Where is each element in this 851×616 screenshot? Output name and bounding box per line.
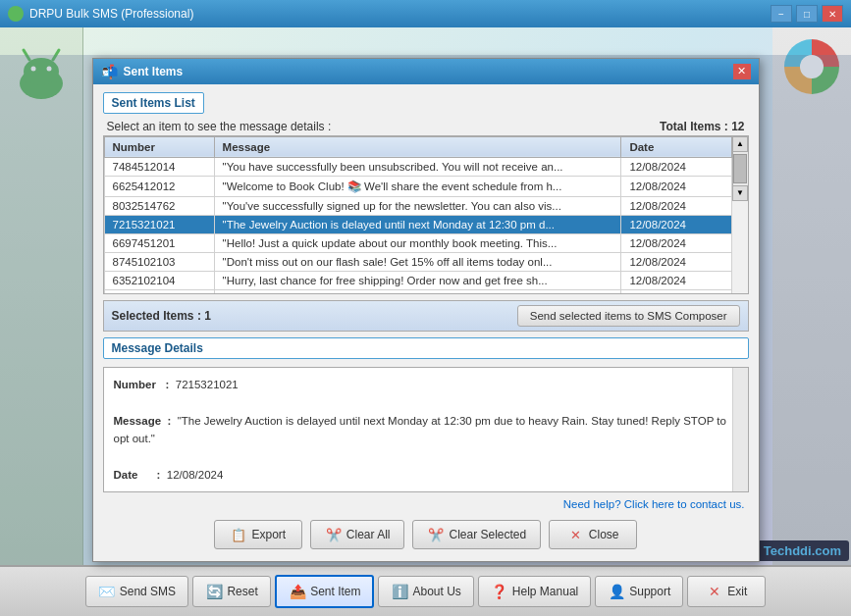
minimize-button[interactable]: − (771, 5, 792, 23)
modal-title-bar: 📬 Sent Items ✕ (93, 59, 759, 84)
title-bar: DRPU Bulk SMS (Professional) − □ ✕ (0, 0, 851, 27)
scroll-track: ▲ ▼ (732, 136, 748, 201)
app-close-button[interactable]: ✕ (822, 5, 843, 23)
about-us-icon: ℹ️ (391, 583, 408, 600)
table-row[interactable]: 7484512010 "🔥 Hot deal alert! Save up to… (104, 289, 731, 293)
cell-message: "🔥 Hot deal alert! Save up to 50% on all… (214, 289, 621, 293)
send-sms-icon: ✉️ (98, 583, 116, 600)
list-header-text: Select an item to see the message detail… (107, 120, 332, 133)
sent-items-list-section: Sent Items List Select an item to see th… (103, 92, 749, 294)
cell-message: "The Jewelry Auction is delayed until ne… (214, 215, 621, 233)
table-row[interactable]: 8745102103 "Don't miss out on our flash … (104, 252, 731, 271)
help-manual-button[interactable]: ❓ Help Manual (478, 576, 591, 607)
scroll-down-button[interactable]: ▼ (732, 185, 748, 201)
cell-date: 12/08/2024 (621, 233, 731, 252)
table-row[interactable]: 6625412012 "Welcome to Book Club! 📚 We'l… (104, 176, 731, 196)
support-icon: 👤 (608, 583, 625, 600)
cell-date: 12/08/2024 (621, 157, 731, 176)
scroll-thumb[interactable] (733, 154, 747, 183)
number-value: 7215321021 (176, 379, 239, 390)
exit-button[interactable]: ✕ Exit (687, 576, 766, 607)
cell-date: 12/08/2024 (621, 289, 731, 293)
maximize-button[interactable]: □ (796, 5, 818, 23)
cell-date: 12/08/2024 (621, 196, 731, 215)
export-label: Export (251, 528, 286, 541)
help-manual-icon: ❓ (491, 583, 508, 600)
clear-all-button[interactable]: ✂️ Clear All (310, 520, 405, 549)
title-bar-controls: − □ ✕ (771, 5, 843, 23)
message-number-row: Number : 7215321021 (114, 376, 738, 393)
cell-number: 7484512010 (104, 289, 214, 293)
cell-number: 8032514762 (104, 196, 214, 215)
cell-date: 12/08/2024 (621, 176, 731, 196)
clear-selected-icon: ✂️ (427, 526, 445, 543)
send-composer-button[interactable]: Send selected items to SMS Composer (517, 305, 740, 327)
clear-selected-button[interactable]: ✂️ Clear Selected (412, 520, 541, 549)
app-icon (8, 6, 24, 22)
modal-close-button[interactable]: ✕ (733, 64, 751, 79)
support-label: Support (629, 585, 670, 598)
modal-overlay: 📬 Sent Items ✕ Sent Items List Select an… (0, 55, 851, 565)
table-row[interactable]: 6697451201 "Hello! Just a quick update a… (104, 233, 731, 252)
table-scrollbar-container: Number Message Date 7484512014 "You have… (104, 136, 748, 293)
scroll-up-button[interactable]: ▲ (732, 136, 748, 152)
col-header-message: Message (214, 136, 621, 157)
message-value: "The Jewelry Auction is delayed until ne… (114, 415, 726, 444)
message-scrollbar[interactable] (732, 368, 748, 491)
cell-message: "You have successfully been unsubscribed… (214, 157, 621, 176)
items-table-container: Number Message Date 7484512014 "You have… (103, 135, 749, 294)
table-row[interactable]: 8032514762 "You've successfully signed u… (104, 196, 731, 215)
send-sms-button[interactable]: ✉️ Send SMS (85, 576, 188, 607)
send-sms-label: Send SMS (120, 585, 176, 598)
clear-all-icon: ✂️ (325, 526, 343, 543)
sent-item-label: Sent Item (310, 585, 360, 598)
message-details-section: Message Details Number : 7215321021 Mess… (103, 337, 749, 492)
col-header-date: Date (621, 136, 731, 157)
reset-button[interactable]: 🔄 Reset (192, 576, 271, 607)
support-button[interactable]: 👤 Support (595, 576, 683, 607)
number-label: Number : (114, 379, 173, 390)
message-date-row: Date : 12/08/2024 (114, 466, 738, 484)
modal-title: Sent Items (124, 65, 184, 78)
selected-items-row: Selected Items : 1 Send selected items t… (103, 300, 749, 332)
help-link[interactable]: Need help? Click here to contact us. (103, 498, 749, 510)
sent-items-modal: 📬 Sent Items ✕ Sent Items List Select an… (92, 58, 760, 562)
date-value: 12/08/2024 (167, 469, 224, 481)
table-row[interactable]: 6352102104 "Hurry, last chance for free … (104, 271, 731, 289)
exit-label: Exit (727, 585, 747, 598)
section-header: Sent Items List (103, 92, 204, 114)
sent-item-button[interactable]: 📤 Sent Item (275, 575, 374, 608)
cell-number: 6352102104 (104, 271, 214, 289)
cell-message: "Don't miss out on our flash sale! Get 1… (214, 252, 621, 271)
table-scroll-area[interactable]: Number Message Date 7484512014 "You have… (104, 136, 732, 293)
modal-body: Sent Items List Select an item to see th… (93, 84, 759, 561)
export-button[interactable]: 📋 Export (214, 520, 302, 549)
total-items-text: Total Items : 12 (660, 120, 744, 133)
cell-date: 12/08/2024 (621, 215, 731, 233)
reset-icon: 🔄 (205, 583, 223, 600)
help-manual-label: Help Manual (512, 585, 578, 598)
table-row[interactable]: 7215321021 "The Jewelry Auction is delay… (104, 215, 731, 233)
close-button[interactable]: ✕ Close (549, 520, 637, 549)
message-label: Message : (114, 415, 175, 427)
col-header-number: Number (104, 136, 214, 157)
export-icon: 📋 (230, 526, 247, 543)
close-icon: ✕ (567, 526, 585, 543)
app-background: DRPU Bulk SMS (Professional) − □ ✕ (0, 0, 851, 616)
cell-number: 7215321021 (104, 215, 214, 233)
message-details-box: Number : 7215321021 Message : "The Jewel… (103, 367, 749, 492)
date-label: Date : (114, 469, 164, 481)
cell-message: "Hurry, last chance for free shipping! O… (214, 271, 621, 289)
app-title: DRPU Bulk SMS (Professional) (29, 7, 193, 21)
message-text-row: Message : "The Jewelry Auction is delaye… (114, 412, 738, 448)
table-row[interactable]: 7484512014 "You have successfully been u… (104, 157, 731, 176)
about-us-button[interactable]: ℹ️ About Us (378, 576, 473, 607)
cell-message: "Welcome to Book Club! 📚 We'll share the… (214, 176, 621, 196)
cell-number: 6697451201 (104, 233, 214, 252)
message-details-header: Message Details (103, 337, 749, 359)
clear-all-label: Clear All (346, 528, 391, 541)
cell-message: "Hello! Just a quick update about our mo… (214, 233, 621, 252)
close-label: Close (589, 528, 619, 541)
cell-message: "You've successfully signed up for the n… (214, 196, 621, 215)
cell-date: 12/08/2024 (621, 271, 731, 289)
